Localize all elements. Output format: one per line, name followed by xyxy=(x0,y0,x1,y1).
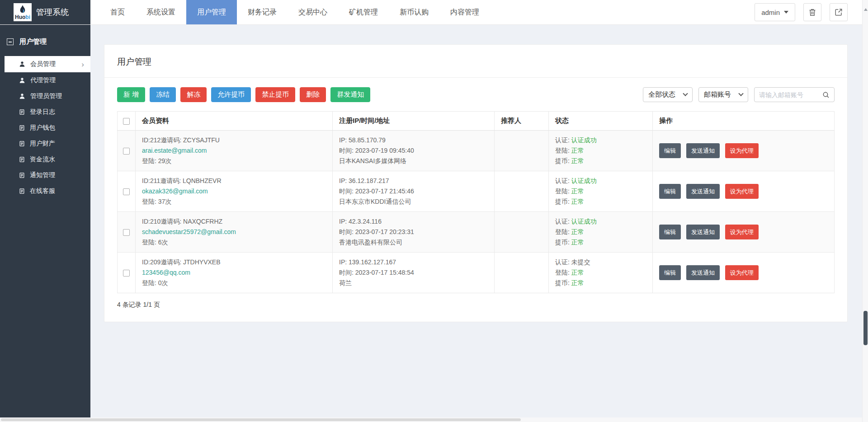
toolbar: 新 增 冻结 解冻 允许提币 禁止提币 删除 群发通知 全部状态 邮箱账号 xyxy=(117,87,835,102)
column-header-member: 会员资料 xyxy=(136,112,333,131)
send-notice-button[interactable]: 发送通知 xyxy=(686,184,720,199)
flame-icon xyxy=(19,5,26,14)
column-header-ip: 注册IP/时间/地址 xyxy=(333,112,495,131)
sidebar-item-label: 在线客服 xyxy=(30,187,55,195)
edit-button[interactable]: 编辑 xyxy=(659,143,681,158)
logout-button[interactable] xyxy=(830,3,848,21)
search-input[interactable] xyxy=(759,91,822,98)
register-location: 香港电讯盈科有限公司 xyxy=(339,237,488,248)
add-button[interactable]: 新 增 xyxy=(117,87,145,102)
chevron-down-icon xyxy=(683,91,688,96)
edit-button[interactable]: 编辑 xyxy=(659,225,681,239)
member-id-line: ID:211邀请码: LQNBHZEVR xyxy=(142,176,326,186)
member-email[interactable]: 123456@qq.com xyxy=(142,267,326,278)
sidebar-section-user-management[interactable]: 用户管理 xyxy=(0,25,90,56)
member-email[interactable]: okazak326@gmail.com xyxy=(142,186,326,197)
row-checkbox[interactable] xyxy=(123,270,130,277)
member-id-line: ID:210邀请码: NAXQCFRHZ xyxy=(142,216,326,227)
table-header-row: 会员资料 注册IP/时间/地址 推荐人 状态 操作 xyxy=(118,112,835,131)
nav-item-trade-center[interactable]: 交易中心 xyxy=(288,0,338,24)
sidebar-item-agent-management[interactable]: 代理管理 xyxy=(0,72,90,88)
horizontal-scrollbar-thumb[interactable] xyxy=(1,418,521,421)
sidebar-item-admin-management[interactable]: 管理员管理 xyxy=(0,88,90,104)
forbid-withdraw-button[interactable]: 禁止提币 xyxy=(255,87,295,102)
sidebar-item-label: 登录日志 xyxy=(30,108,55,116)
unfreeze-button[interactable]: 解冻 xyxy=(180,87,207,102)
referrer-cell xyxy=(495,171,549,212)
register-time: 时间: 2023-07-17 15:48:54 xyxy=(339,267,488,278)
edit-button[interactable]: 编辑 xyxy=(659,265,681,280)
column-header-status: 状态 xyxy=(549,112,653,131)
status-auth: 认证: 认证成功 xyxy=(555,176,646,186)
records-summary: 4 条记录 1/1 页 xyxy=(117,301,835,309)
sidebar-item-user-wallet[interactable]: 用户钱包 xyxy=(0,120,90,136)
member-id-line: ID:212邀请码: ZCYSAJTFU xyxy=(142,135,326,145)
set-agent-button[interactable]: 设为代理 xyxy=(725,184,759,199)
member-email[interactable]: schadevuestar25972@gmail.com xyxy=(142,227,326,237)
nav-item-system-settings[interactable]: 系统设置 xyxy=(136,0,186,24)
status-select-value: 全部状态 xyxy=(648,90,675,99)
select-all-checkbox[interactable] xyxy=(123,118,130,125)
member-email[interactable]: arai.estate@gmail.com xyxy=(142,145,326,156)
freeze-button[interactable]: 冻结 xyxy=(150,87,176,102)
member-login-count: 登陆: 29次 xyxy=(142,156,326,166)
trash-icon xyxy=(808,8,816,16)
scroll-up-arrow-icon[interactable] xyxy=(864,8,868,11)
set-agent-button[interactable]: 设为代理 xyxy=(725,265,759,280)
register-location: 日本KANSAI多媒体网络 xyxy=(339,156,488,166)
nav-item-content-management[interactable]: 内容管理 xyxy=(439,0,490,24)
vertical-scrollbar-thumb[interactable] xyxy=(863,311,868,345)
top-header: Huobi 管理系统 首页 系统设置 用户管理 财务记录 交易中心 矿机管理 新… xyxy=(0,0,868,25)
status-auth: 认证: 未提交 xyxy=(555,257,646,267)
mass-notify-button[interactable]: 群发通知 xyxy=(330,87,370,102)
main-content: 用户管理 新 增 冻结 解冻 允许提币 禁止提币 删除 群发通知 全部状态 邮箱… xyxy=(90,25,862,418)
vertical-scrollbar[interactable] xyxy=(862,0,868,422)
row-checkbox[interactable] xyxy=(123,229,130,236)
status-select[interactable]: 全部状态 xyxy=(643,87,693,102)
register-ip: IP: 58.85.170.79 xyxy=(339,135,488,145)
send-notice-button[interactable]: 发送通知 xyxy=(686,265,720,280)
sidebar-item-label: 通知管理 xyxy=(30,171,55,179)
sidebar-item-user-assets[interactable]: 用户财产 xyxy=(0,136,90,151)
chevron-down-icon xyxy=(738,91,743,96)
clear-cache-button[interactable] xyxy=(803,3,821,21)
nav-item-finance-records[interactable]: 财务记录 xyxy=(237,0,288,24)
row-checkbox[interactable] xyxy=(123,188,130,195)
sidebar-item-member-management[interactable]: 会员管理 › xyxy=(5,56,90,72)
send-notice-button[interactable]: 发送通知 xyxy=(686,225,720,239)
nav-item-user-management[interactable]: 用户管理 xyxy=(186,0,237,24)
status-auth: 认证: 认证成功 xyxy=(555,216,646,227)
member-login-count: 登陆: 37次 xyxy=(142,197,326,207)
set-agent-button[interactable]: 设为代理 xyxy=(725,143,759,158)
send-notice-button[interactable]: 发送通知 xyxy=(686,143,720,158)
register-time: 时间: 2023-07-17 20:23:31 xyxy=(339,227,488,237)
user-management-card: 用户管理 新 增 冻结 解冻 允许提币 禁止提币 删除 群发通知 全部状态 邮箱… xyxy=(104,44,848,322)
nav-item-new-coin[interactable]: 新币认购 xyxy=(389,0,439,24)
search-icon[interactable] xyxy=(822,91,830,98)
nav-item-home[interactable]: 首页 xyxy=(99,0,136,24)
search-field-select[interactable]: 邮箱账号 xyxy=(698,87,748,102)
member-id-line: ID:209邀请码: JTDHYVXEB xyxy=(142,257,326,267)
sidebar-item-online-service[interactable]: 在线客服 xyxy=(0,183,90,199)
edit-button[interactable]: 编辑 xyxy=(659,184,681,199)
status-login: 登陆: 正常 xyxy=(555,267,646,278)
sidebar-item-login-logs[interactable]: 登录日志 xyxy=(0,104,90,120)
export-icon xyxy=(835,8,843,16)
status-login: 登陆: 正常 xyxy=(555,186,646,197)
sidebar-item-label: 用户财产 xyxy=(30,140,55,148)
allow-withdraw-button[interactable]: 允许提币 xyxy=(211,87,251,102)
horizontal-scrollbar[interactable] xyxy=(0,417,862,422)
search-field-select-value: 邮箱账号 xyxy=(704,90,731,99)
admin-dropdown-label: admin xyxy=(761,9,780,16)
top-nav: 首页 系统设置 用户管理 财务记录 交易中心 矿机管理 新币认购 内容管理 xyxy=(99,0,490,24)
admin-dropdown[interactable]: admin xyxy=(755,3,795,21)
member-login-count: 登陆: 0次 xyxy=(142,278,326,288)
row-checkbox[interactable] xyxy=(123,148,130,155)
header-actions: admin xyxy=(755,0,868,24)
delete-button[interactable]: 删除 xyxy=(300,87,326,102)
sidebar-item-label: 管理员管理 xyxy=(30,92,62,100)
nav-item-miner-management[interactable]: 矿机管理 xyxy=(338,0,389,24)
set-agent-button[interactable]: 设为代理 xyxy=(725,225,759,239)
sidebar-item-notice-management[interactable]: 通知管理 xyxy=(0,167,90,183)
sidebar-item-fund-flow[interactable]: 资金流水 xyxy=(0,151,90,167)
